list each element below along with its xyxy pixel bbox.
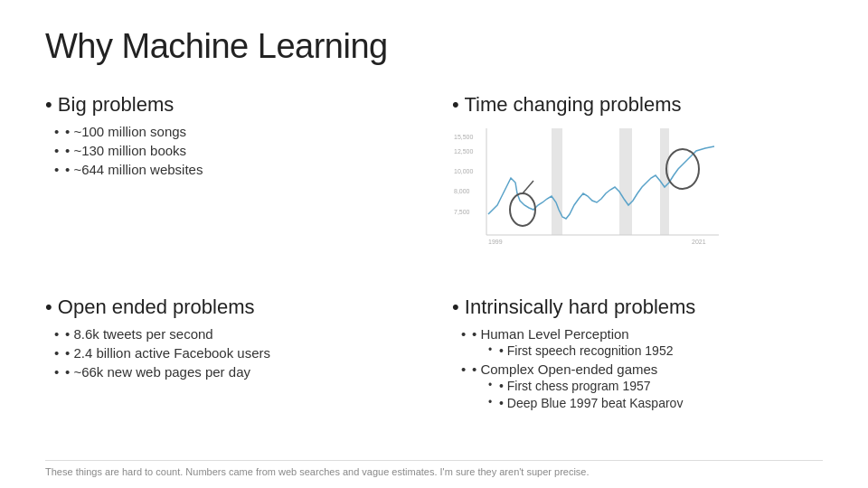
open-ended-list: • 8.6k tweets per second • 2.4 billion a… [45,326,416,380]
slide-title: Why Machine Learning [45,27,823,66]
svg-text:7,500: 7,500 [454,209,470,215]
big-problems-item-1: • ~100 million songs [56,124,416,139]
intrinsically-hard-heading: • Intrinsically hard problems [452,296,823,319]
svg-text:2021: 2021 [692,239,706,245]
human-perception-item: • Human Level Perception • First speech … [463,326,823,358]
time-changing-section: • Time changing problems 15,500 12,500 1… [452,93,823,286]
svg-rect-7 [552,128,562,235]
slide: Why Machine Learning • Big problems • ~1… [0,0,868,488]
open-ended-item-2: • 2.4 billion active Facebook users [56,345,416,361]
footnote: These things are hard to count. Numbers … [45,460,823,477]
complex-games-sublist: • First chess program 1957 • Deep Blue 1… [472,379,823,410]
open-ended-item-1: • 8.6k tweets per second [56,326,416,342]
content-grid: • Big problems • ~100 million songs • ~1… [45,93,823,455]
open-ended-section: • Open ended problems • 8.6k tweets per … [45,296,416,455]
intrinsically-hard-list: • Human Level Perception • First speech … [452,326,823,410]
svg-point-10 [510,193,535,226]
time-changing-heading: • Time changing problems [452,93,682,117]
svg-text:12,500: 12,500 [454,148,474,155]
svg-line-12 [523,181,533,193]
speech-recognition-item: • First speech recognition 1952 [490,343,823,358]
stock-chart: 15,500 12,500 10,000 8,000 7,500 1999 20… [452,128,741,246]
svg-point-11 [666,149,699,189]
complex-games-item: • Complex Open-ended games • First chess… [463,361,823,410]
big-problems-item-2: • ~130 million books [56,143,416,158]
svg-text:1999: 1999 [488,239,503,245]
svg-text:10,000: 10,000 [454,168,474,174]
human-perception-sublist: • First speech recognition 1952 [472,343,823,358]
chart-svg: 15,500 12,500 10,000 8,000 7,500 1999 20… [452,128,741,246]
open-ended-item-3: • ~66k new web pages per day [56,364,416,380]
intrinsically-hard-section: • Intrinsically hard problems • Human Le… [452,296,823,455]
big-problems-heading: • Big problems [45,93,416,117]
open-ended-heading: • Open ended problems [45,296,416,319]
svg-text:8,000: 8,000 [454,188,470,194]
big-problems-section: • Big problems • ~100 million songs • ~1… [45,93,416,286]
chess-program-item: • First chess program 1957 [490,379,823,393]
big-problems-item-3: • ~644 million websites [56,162,416,177]
svg-text:15,500: 15,500 [454,134,474,140]
deep-blue-item: • Deep Blue 1997 beat Kasparov [490,396,823,410]
big-problems-list: • ~100 million songs • ~130 million book… [45,124,416,177]
svg-rect-8 [619,128,632,235]
